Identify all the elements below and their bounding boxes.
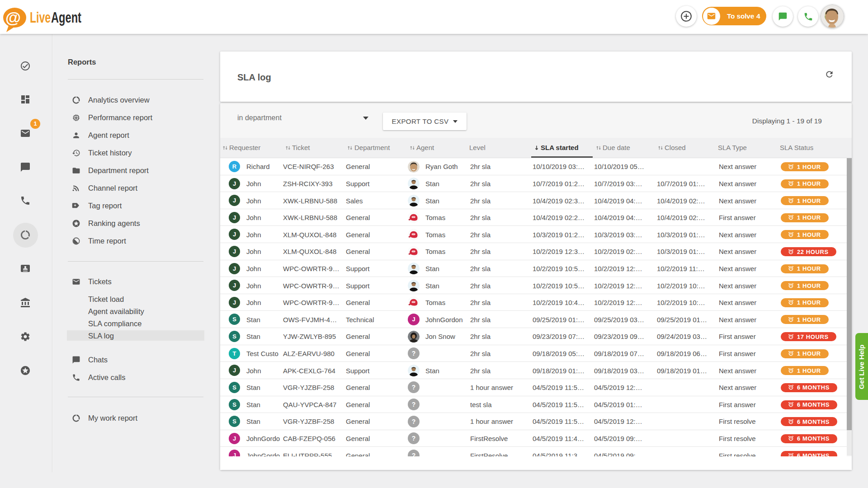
svg-text:Agent: Agent bbox=[51, 9, 81, 26]
svg-text:@: @ bbox=[5, 9, 21, 26]
svg-text:Live: Live bbox=[30, 9, 51, 26]
